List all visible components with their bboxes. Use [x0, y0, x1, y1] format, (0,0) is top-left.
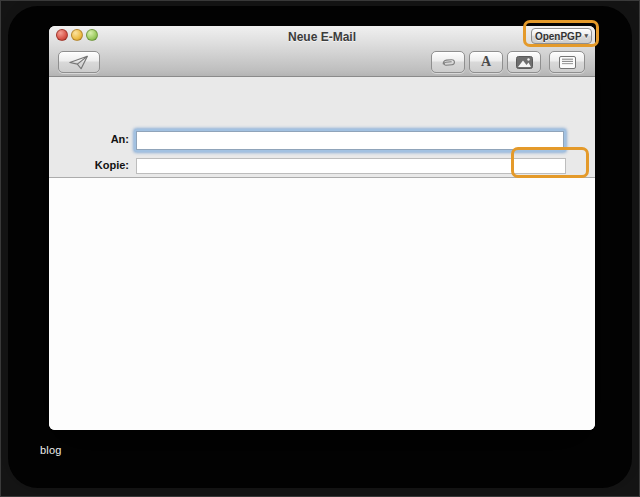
cc-input[interactable]: [136, 158, 566, 174]
stationery-icon: [559, 56, 576, 69]
attach-file-button[interactable]: [431, 51, 465, 73]
titlebar: Neue E-Mail OpenPGP ▾: [49, 26, 595, 77]
header-fields-area: An: Kopie: Betreff: ≡ ▾: [49, 77, 595, 178]
photo-icon: [516, 56, 533, 69]
format-fonts-button[interactable]: A: [469, 51, 503, 73]
to-field-label: An:: [49, 133, 129, 145]
screenshot-background: Neue E-Mail OpenPGP ▾: [0, 0, 640, 497]
to-field-focus-ring: [134, 129, 566, 152]
letter-a-icon: A: [481, 55, 491, 69]
compose-window: Neue E-Mail OpenPGP ▾: [49, 26, 595, 430]
cc-field-label: Kopie:: [49, 159, 129, 171]
paperclip-icon: [440, 54, 456, 70]
window-title: Neue E-Mail: [49, 30, 595, 44]
stationery-button[interactable]: [549, 51, 585, 73]
paper-plane-icon: [69, 55, 89, 70]
image-caption: blog: [40, 444, 62, 456]
send-button[interactable]: [58, 51, 100, 73]
to-input[interactable]: [136, 131, 564, 150]
message-body-area[interactable]: [49, 178, 595, 430]
openpgp-menu-button[interactable]: OpenPGP ▾: [531, 28, 592, 44]
chevron-down-icon: ▾: [585, 32, 589, 40]
photo-browser-button[interactable]: [507, 51, 541, 73]
openpgp-label: OpenPGP: [535, 31, 582, 42]
